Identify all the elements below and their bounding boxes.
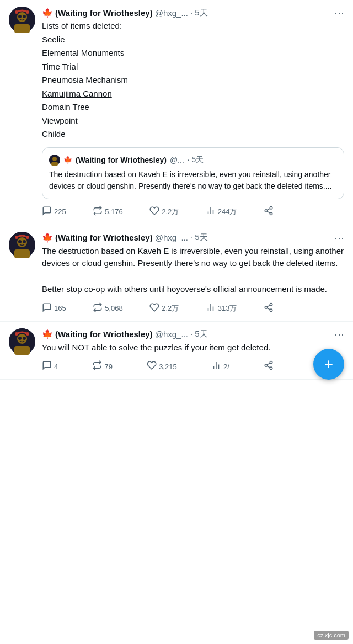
like-action-2[interactable]: 2.2万 [149, 302, 179, 315]
svg-point-13 [270, 206, 272, 209]
like-svg-3 [147, 360, 157, 370]
svg-point-39 [26, 332, 29, 336]
svg-point-3 [18, 15, 22, 18]
svg-point-28 [270, 303, 272, 306]
tweet-1-actions: 225 5,176 2.2万 [42, 206, 274, 218]
svg-rect-20 [14, 249, 30, 258]
tweet-3-body: 🍁 (Waiting for Wriothesley) @hxg_... · 5… [42, 328, 344, 373]
svg-point-24 [26, 236, 29, 239]
tweet-3-actions: 4 79 3,215 [42, 360, 274, 372]
reply-icon-2 [42, 302, 52, 315]
tweet-3-name: (Waiting for Wriothesley) [55, 329, 153, 339]
svg-rect-9 [51, 162, 58, 166]
views-svg-3 [211, 360, 221, 370]
quote-tweet-1: 🍁 (Waiting for Wriothesley) @... · 5天 Th… [42, 147, 344, 199]
like-icon-3 [147, 360, 157, 372]
retweet-count-1: 5,176 [105, 207, 123, 216]
text-line-6: Domain Tree [42, 101, 344, 114]
reply-svg-3 [42, 360, 52, 370]
maple-icon-2: 🍁 [42, 232, 53, 243]
text-line-8: Childe [42, 128, 344, 141]
retweet-count-3: 79 [104, 363, 112, 371]
text-line-5: Kamuijima Cannon [42, 88, 344, 100]
text-line-7: Viewpoint [42, 115, 344, 127]
views-action-3[interactable]: 2/ [211, 360, 229, 372]
share-action-3[interactable] [264, 360, 274, 372]
views-count-1: 244万 [218, 207, 237, 217]
svg-point-36 [18, 337, 22, 340]
avatar-3[interactable] [9, 328, 35, 355]
views-icon-3 [211, 360, 221, 372]
reply-count-3: 4 [54, 363, 58, 371]
quote-time-1: · 5天 [188, 155, 204, 165]
tweet-1-text: Lists of items deleted: Seelie Elemental… [42, 20, 344, 141]
like-action-1[interactable]: 2.2万 [149, 206, 179, 218]
avatar[interactable] [9, 7, 35, 33]
tweet-1-body: 🍁 (Waiting for Wriothesley) @hxg_... · 5… [42, 7, 344, 218]
svg-rect-2 [14, 24, 30, 33]
svg-point-8 [52, 157, 57, 161]
svg-point-14 [265, 209, 268, 212]
tweet-3-handle: @hxg_... [155, 329, 188, 339]
views-count-3: 2/ [223, 363, 229, 371]
tweet-3-para-1: You will NOT able to solve the puzzles i… [42, 342, 344, 354]
reply-action-2[interactable]: 165 [42, 302, 66, 315]
like-svg-1 [149, 206, 159, 216]
watermark: czjxjc.com [314, 631, 349, 640]
like-icon-2 [149, 302, 159, 315]
svg-line-47 [267, 363, 270, 365]
avatar-2[interactable] [9, 232, 35, 258]
like-icon-1 [149, 206, 159, 218]
share-icon-3 [264, 360, 274, 372]
reply-icon-1 [42, 206, 52, 218]
more-options-3[interactable]: ⋯ [334, 328, 344, 340]
svg-line-31 [267, 308, 270, 310]
text-line-0: Lists of items deleted: [42, 20, 344, 33]
svg-point-44 [265, 364, 268, 367]
text-line-3: Time Trial [42, 61, 344, 73]
reply-action-1[interactable]: 225 [42, 206, 66, 218]
reply-action-3[interactable]: 4 [42, 360, 58, 372]
compose-button[interactable]: + [313, 349, 344, 380]
quote-maple-icon: 🍁 [63, 156, 72, 164]
tweet-2-body: 🍁 (Waiting for Wriothesley) @hxg_... · 5… [42, 232, 344, 315]
views-svg-2 [206, 302, 216, 312]
share-action-2[interactable] [264, 302, 274, 315]
avatar-svg-2 [9, 232, 35, 258]
tweet-1-handle: @hxg_... [155, 8, 188, 18]
views-action-1[interactable]: 244万 [206, 206, 237, 218]
retweet-count-2: 5,068 [105, 304, 123, 312]
tweet-2-para-1: The destruction based on Kaveh E is irre… [42, 245, 344, 270]
tweet-3-text: You will NOT able to solve the puzzles i… [42, 342, 344, 354]
text-line-4: Pneumosia Mechanism [42, 74, 344, 87]
quote-avatar-svg [49, 155, 60, 166]
retweet-icon-3 [92, 360, 102, 372]
more-options-2[interactable]: ⋯ [334, 232, 344, 244]
retweet-action-1[interactable]: 5,176 [93, 206, 123, 218]
tweet-2-time: · 5天 [190, 232, 208, 243]
svg-point-37 [23, 337, 26, 340]
svg-point-29 [265, 306, 268, 308]
tweet-1-header: 🍁 (Waiting for Wriothesley) @hxg_... · 5… [42, 7, 344, 19]
kamuijima-text: Kamuijima Cannon [42, 89, 112, 98]
svg-point-5 [15, 10, 18, 14]
tweet-2-para-2: Better stop co-op with others until hoyo… [42, 283, 344, 296]
svg-point-43 [270, 361, 272, 364]
maple-icon-3: 🍁 [42, 329, 53, 339]
more-options-1[interactable]: ⋯ [334, 7, 344, 19]
tweets-wrapper: 🍁 (Waiting for Wriothesley) @hxg_... · 5… [0, 0, 353, 424]
like-count-2: 2.2万 [162, 304, 179, 313]
retweet-action-3[interactable]: 79 [92, 360, 112, 372]
fab-spacer: + [0, 380, 353, 424]
reply-svg-2 [42, 302, 52, 312]
tweet-1-user-info: 🍁 (Waiting for Wriothesley) @hxg_... · 5… [42, 8, 208, 18]
svg-point-6 [26, 10, 29, 14]
views-icon-2 [206, 302, 216, 315]
retweet-action-2[interactable]: 5,068 [93, 302, 123, 315]
retweet-icon-2 [93, 302, 103, 315]
like-action-3[interactable]: 3,215 [147, 360, 177, 372]
svg-point-4 [23, 15, 26, 18]
svg-point-21 [18, 240, 22, 243]
share-action-1[interactable] [264, 206, 274, 218]
views-action-2[interactable]: 313万 [206, 302, 237, 315]
